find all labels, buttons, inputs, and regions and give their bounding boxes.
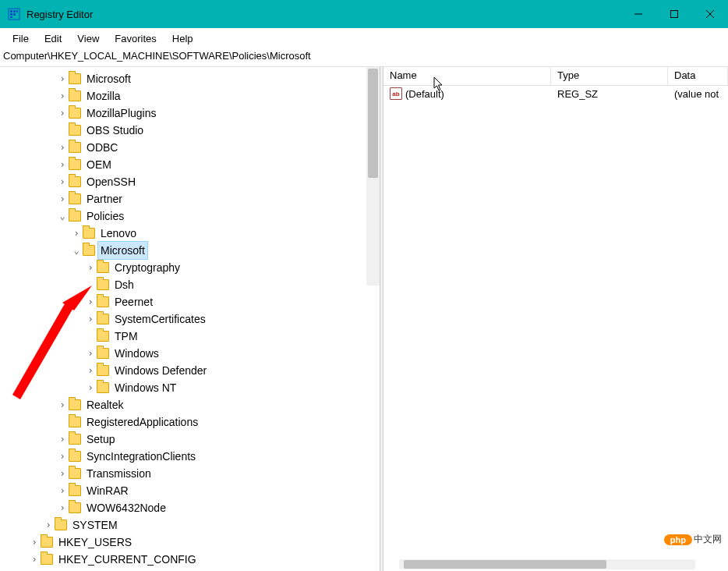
menu-file[interactable]: File xyxy=(5,31,37,46)
menu-help[interactable]: Help xyxy=(164,31,201,46)
scrollbar-thumb[interactable] xyxy=(404,560,606,569)
values-horizontal-scrollbar[interactable] xyxy=(383,558,728,571)
value-row[interactable]: ab(Default)REG_SZ(value not xyxy=(383,86,728,101)
tree-node[interactable]: ›WinRAR xyxy=(0,482,380,499)
tree-node-label: OpenSSH xyxy=(84,173,138,190)
folder-icon xyxy=(69,434,81,445)
tree-node[interactable]: ·RegisteredApplications xyxy=(0,413,380,431)
tree-node[interactable]: ›MozillaPlugins xyxy=(0,105,380,122)
folder-icon xyxy=(97,279,109,290)
menu-edit[interactable]: Edit xyxy=(37,31,69,46)
menu-favorites[interactable]: Favorites xyxy=(107,31,164,46)
expand-icon[interactable]: › xyxy=(84,362,97,379)
folder-icon xyxy=(41,554,53,565)
tree-node[interactable]: ›OpenSSH xyxy=(0,173,380,190)
tree-node[interactable]: ·Dsh xyxy=(0,276,380,293)
expand-icon[interactable]: › xyxy=(42,516,55,534)
minimize-button[interactable] xyxy=(620,0,656,28)
tree-node-label: SystemCertificates xyxy=(112,310,208,328)
expand-icon[interactable]: › xyxy=(56,499,69,516)
address-bar[interactable]: Computer\HKEY_LOCAL_MACHINE\SOFTWARE\Pol… xyxy=(0,48,728,67)
tree-node[interactable]: ›Cryptography xyxy=(0,259,380,276)
tree-node[interactable]: ›Microsoft xyxy=(0,70,380,87)
tree-node-label: Policies xyxy=(84,207,126,225)
svg-rect-1 xyxy=(10,10,12,12)
svg-rect-5 xyxy=(13,13,16,16)
close-button[interactable] xyxy=(692,0,728,28)
folder-icon xyxy=(97,331,109,342)
registry-tree[interactable]: ›Microsoft›Mozilla›MozillaPlugins·OBS St… xyxy=(0,67,380,568)
expand-icon[interactable]: › xyxy=(56,431,69,448)
expand-icon[interactable]: › xyxy=(84,293,97,310)
tree-node[interactable]: ›Realtek xyxy=(0,396,380,413)
expand-icon[interactable]: › xyxy=(84,345,97,362)
watermark: php 中文网 xyxy=(664,533,722,546)
expand-icon[interactable]: › xyxy=(56,465,69,482)
collapse-icon[interactable]: ⌄ xyxy=(70,242,83,259)
tree-node[interactable]: ›Windows Defender xyxy=(0,362,380,379)
folder-icon xyxy=(97,365,109,376)
values-list[interactable]: ab(Default)REG_SZ(value not xyxy=(383,86,728,101)
expand-icon[interactable]: › xyxy=(56,87,69,105)
tree-node[interactable]: ›Lenovo xyxy=(0,225,380,242)
tree-node[interactable]: ›Transmission xyxy=(0,465,380,482)
svg-rect-3 xyxy=(16,10,18,12)
tree-node[interactable]: ›ODBC xyxy=(0,139,380,156)
tree-node[interactable]: ·TPM xyxy=(0,328,380,345)
expand-icon[interactable]: › xyxy=(28,551,41,568)
scrollbar-thumb[interactable] xyxy=(368,69,378,178)
tree-node[interactable]: ›SystemCertificates xyxy=(0,310,380,328)
expand-icon[interactable]: › xyxy=(56,396,69,413)
tree-node[interactable]: ›Peernet xyxy=(0,293,380,310)
tree-node-label: ODBC xyxy=(84,139,120,156)
expand-icon[interactable]: › xyxy=(56,190,69,207)
tree-node[interactable]: ›OEM xyxy=(0,156,380,173)
expand-icon[interactable]: › xyxy=(56,156,69,173)
value-type: REG_SZ xyxy=(551,88,668,100)
tree-node[interactable]: ›Setup xyxy=(0,431,380,448)
tree-node[interactable]: ›SYSTEM xyxy=(0,516,380,534)
tree-node[interactable]: ›SyncIntegrationClients xyxy=(0,448,380,465)
tree-node-label: Windows NT xyxy=(112,379,178,396)
tree-vertical-scrollbar[interactable] xyxy=(366,67,380,286)
tree-node[interactable]: ›WOW6432Node xyxy=(0,499,380,516)
folder-icon xyxy=(69,193,81,204)
tree-node-label: Peernet xyxy=(112,293,155,310)
folder-icon xyxy=(97,296,109,307)
tree-node[interactable]: ›Partner xyxy=(0,190,380,207)
folder-icon xyxy=(69,142,81,153)
column-header-data[interactable]: Data xyxy=(668,67,728,85)
tree-pane: ›Microsoft›Mozilla›MozillaPlugins·OBS St… xyxy=(0,67,380,571)
column-header-type[interactable]: Type xyxy=(551,67,668,85)
expand-icon[interactable]: › xyxy=(84,259,97,276)
expand-icon[interactable]: › xyxy=(56,448,69,465)
tree-node[interactable]: ›Windows xyxy=(0,345,380,362)
value-name: (Default) xyxy=(405,88,444,100)
maximize-button[interactable] xyxy=(656,0,692,28)
folder-icon xyxy=(69,90,81,101)
tree-node[interactable]: ⌄Microsoft xyxy=(0,242,380,259)
folder-icon xyxy=(69,399,81,410)
tree-node-label: RegisteredApplications xyxy=(84,413,200,431)
tree-node[interactable]: ›Windows NT xyxy=(0,379,380,396)
tree-node[interactable]: ›HKEY_CURRENT_CONFIG xyxy=(0,551,380,568)
expand-icon[interactable]: › xyxy=(56,482,69,499)
tree-node[interactable]: ›HKEY_USERS xyxy=(0,534,380,551)
expand-icon[interactable]: › xyxy=(56,173,69,190)
menu-view[interactable]: View xyxy=(69,31,107,46)
expand-icon[interactable]: › xyxy=(56,105,69,122)
tree-node-label: Realtek xyxy=(84,396,125,413)
tree-node[interactable]: ·OBS Studio xyxy=(0,122,380,139)
collapse-icon[interactable]: ⌄ xyxy=(56,207,69,225)
tree-node-label: Lenovo xyxy=(98,225,139,242)
expand-icon[interactable]: › xyxy=(84,310,97,328)
tree-node[interactable]: ⌄Policies xyxy=(0,207,380,225)
expand-icon[interactable]: › xyxy=(70,225,83,242)
watermark-text: 中文网 xyxy=(694,533,722,546)
column-header-name[interactable]: Name xyxy=(383,67,551,85)
tree-node[interactable]: ›Mozilla xyxy=(0,87,380,105)
expand-icon[interactable]: › xyxy=(84,379,97,396)
expand-icon[interactable]: › xyxy=(56,70,69,87)
expand-icon[interactable]: › xyxy=(56,139,69,156)
expand-icon[interactable]: › xyxy=(28,534,41,551)
